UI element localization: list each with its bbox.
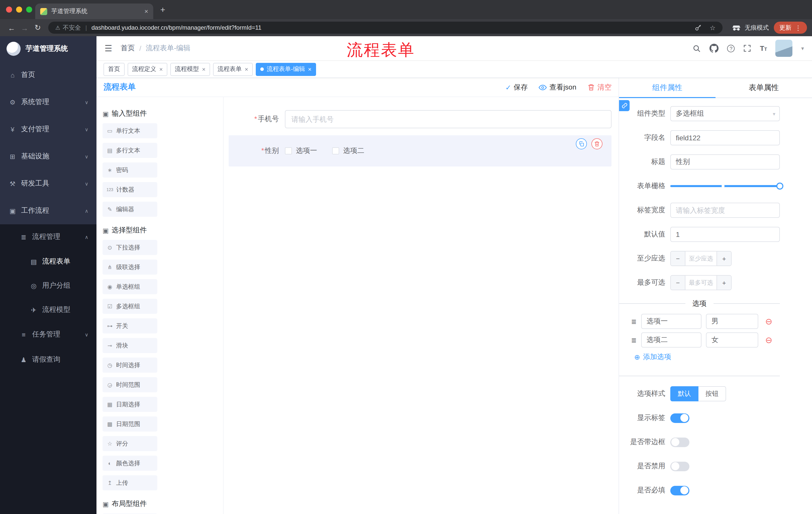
macos-minimize-button[interactable] (16, 6, 22, 12)
palette-item-time-range[interactable]: ◶时间范围 (103, 377, 157, 392)
palette-item-time-picker[interactable]: ◷时间选择 (103, 358, 157, 373)
bookmark-star-icon[interactable]: ☆ (710, 24, 716, 31)
min-select-stepper[interactable]: − 至少应选 + (670, 251, 732, 266)
style-default-button[interactable]: 默认 (670, 386, 698, 401)
title-input[interactable] (670, 154, 780, 169)
field-name-input[interactable] (670, 130, 780, 145)
sidebar-item-system[interactable]: ⚙ 系统管理 ∨ (0, 88, 96, 116)
show-label-toggle[interactable] (670, 413, 689, 423)
link-tag-button[interactable] (619, 100, 630, 111)
palette-item-radio-group[interactable]: ◉单选框组 (103, 279, 157, 294)
phone-input[interactable] (285, 110, 611, 128)
reload-button[interactable]: ↻ (31, 23, 44, 32)
new-tab-button[interactable]: + (160, 5, 165, 15)
option-value-input[interactable] (706, 314, 758, 329)
delete-field-button[interactable] (591, 138, 603, 150)
sidebar-item-process-model[interactable]: ✈ 流程模型 (0, 298, 96, 322)
address-bar[interactable]: ⚠ 不安全 | dashboard.yudao.iocoder.cn/bpm/m… (48, 22, 723, 34)
help-icon[interactable]: ? (727, 45, 735, 52)
palette-item-editor[interactable]: ✎编辑器 (103, 202, 157, 217)
palette-item-upload[interactable]: ↥上传 (103, 475, 157, 490)
sidebar-item-payment[interactable]: ¥ 支付管理 ∨ (0, 116, 96, 143)
copy-field-button[interactable] (576, 138, 587, 150)
default-value-input[interactable] (670, 227, 780, 242)
tab-form-props[interactable]: 表单属性 (716, 78, 812, 98)
update-button[interactable]: 更新 ⋮ (774, 22, 807, 34)
canvas-field-gender-selected[interactable]: *性别 选项一 选项二 (229, 135, 611, 166)
add-option-button[interactable]: ⊕ 添加选项 (619, 353, 780, 361)
palette-item-cascader[interactable]: ⋔级联选择 (103, 260, 157, 275)
minus-button[interactable]: − (671, 276, 685, 290)
user-avatar[interactable] (776, 40, 793, 57)
tag-process-form-edit[interactable]: 流程表单-编辑 × (256, 63, 316, 76)
gender-option1-checkbox[interactable]: 选项一 (285, 146, 317, 155)
clear-button[interactable]: 清空 (587, 83, 611, 92)
avatar-caret-icon[interactable]: ▾ (801, 45, 804, 52)
tag-process-form[interactable]: 流程表单 × (213, 63, 253, 76)
gender-option2-checkbox[interactable]: 选项二 (332, 146, 364, 155)
macos-zoom-button[interactable] (26, 6, 32, 12)
palette-item-single-text[interactable]: ▭单行文本 (103, 123, 157, 138)
menu-dots-icon[interactable]: ⋮ (795, 24, 802, 31)
save-button[interactable]: ✓ 保存 (505, 83, 528, 92)
option-label-input[interactable] (641, 332, 701, 348)
sidebar-item-leave-query[interactable]: ♟ 请假查询 (0, 347, 96, 372)
app-logo[interactable]: 芋道管理系统 (0, 36, 96, 61)
drag-handle-icon[interactable]: ≣ (631, 336, 637, 344)
sidebar-item-process-mgmt[interactable]: ≣ 流程管理 ∧ (0, 224, 96, 249)
fullscreen-icon[interactable] (744, 44, 751, 52)
palette-item-checkbox-group[interactable]: ☑多选框组 (103, 299, 157, 314)
palette-item-switch[interactable]: ⊶开关 (103, 318, 157, 333)
tag-process-definition[interactable]: 流程定义 × (127, 63, 167, 76)
canvas-field-phone[interactable]: *手机号 (229, 110, 611, 128)
security-indicator[interactable]: ⚠ 不安全 (55, 23, 81, 32)
password-key-icon[interactable] (695, 24, 702, 31)
palette-item-password[interactable]: ∗密码 (103, 162, 157, 178)
palette-item-slider[interactable]: ⊸滑块 (103, 338, 157, 353)
macos-close-button[interactable] (6, 6, 12, 12)
tag-close-icon[interactable]: × (245, 65, 248, 73)
palette-item-select[interactable]: ⊙下拉选择 (103, 240, 157, 255)
tag-process-model[interactable]: 流程模型 × (170, 63, 210, 76)
search-icon[interactable] (693, 44, 701, 53)
max-select-stepper[interactable]: − 最多可选 + (670, 275, 732, 290)
forward-button[interactable]: → (18, 23, 31, 32)
label-width-input[interactable] (670, 203, 780, 218)
palette-item-date-picker[interactable]: ▦日期选择 (103, 397, 157, 412)
palette-item-counter[interactable]: 123计数器 (103, 182, 157, 197)
sidebar-item-infra[interactable]: ⊞ 基础设施 ∨ (0, 143, 96, 170)
option-label-input[interactable] (641, 314, 701, 329)
border-toggle[interactable] (670, 437, 689, 447)
sidebar-item-process-form[interactable]: ▤ 流程表单 (0, 249, 96, 274)
tab-component-props[interactable]: 组件属性 (619, 78, 716, 98)
sidebar-item-user-groups[interactable]: ◎ 用户分组 (0, 274, 96, 298)
palette-item-rate[interactable]: ☆评分 (103, 436, 157, 451)
remove-option-icon[interactable]: ⊖ (765, 336, 773, 344)
palette-item-multi-text[interactable]: ▤多行文本 (103, 143, 157, 158)
back-button[interactable]: ← (5, 23, 18, 32)
minus-button[interactable]: − (671, 251, 685, 266)
disabled-toggle[interactable] (670, 461, 689, 471)
menu-fold-icon[interactable]: ☰ (105, 43, 112, 54)
tag-close-icon[interactable]: × (202, 65, 205, 73)
sidebar-item-workflow[interactable]: ▣ 工作流程 ∧ (0, 197, 96, 224)
grid-slider[interactable] (670, 179, 780, 194)
browser-tab[interactable]: 芋道管理系统 × (35, 3, 153, 19)
sidebar-item-home[interactable]: ⌂ 首页 (0, 61, 96, 88)
palette-item-date-range[interactable]: ▩日期范围 (103, 416, 157, 432)
breadcrumb-home[interactable]: 首页 (121, 44, 135, 53)
plus-button[interactable]: + (717, 251, 731, 266)
tag-home[interactable]: 首页 (104, 63, 125, 76)
sidebar-item-devtools[interactable]: ⚒ 研发工具 ∨ (0, 170, 96, 197)
tab-close-icon[interactable]: × (144, 7, 148, 15)
form-canvas[interactable]: *手机号 (224, 97, 618, 514)
tag-close-icon[interactable]: × (308, 65, 312, 73)
tag-close-icon[interactable]: × (159, 65, 163, 73)
required-toggle[interactable] (670, 486, 689, 495)
palette-item-color-picker[interactable]: ◐颜色选择 (103, 456, 157, 471)
drag-handle-icon[interactable]: ≣ (631, 318, 637, 325)
plus-button[interactable]: + (717, 276, 731, 290)
slider-handle[interactable] (776, 183, 783, 190)
component-type-select[interactable]: 多选框组 ▾ (670, 106, 780, 121)
option-value-input[interactable] (706, 332, 758, 348)
